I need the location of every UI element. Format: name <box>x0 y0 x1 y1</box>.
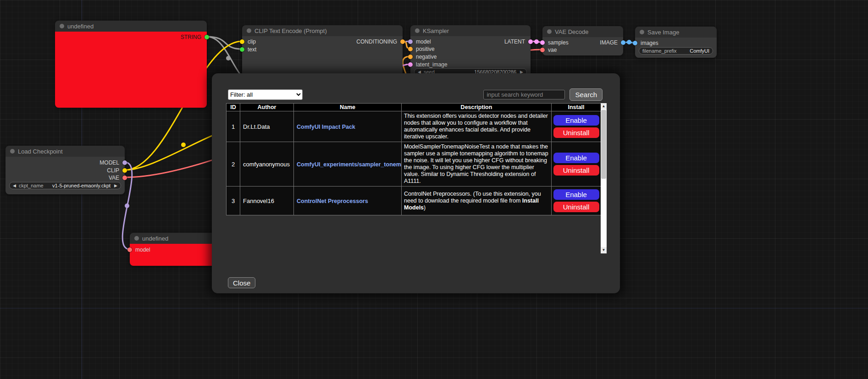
extension-link[interactable]: ComfyUI Impact Pack <box>297 124 355 130</box>
collapse-dot-icon[interactable] <box>415 28 420 33</box>
input-slot-samples[interactable] <box>540 40 545 45</box>
cell-install: Enable Uninstall <box>552 142 601 187</box>
slot-label-string: STRING <box>181 34 201 40</box>
node-title-bar[interactable]: undefined <box>130 233 221 244</box>
collapse-dot-icon[interactable] <box>10 149 15 154</box>
input-slot-clip[interactable] <box>240 39 244 44</box>
uninstall-button[interactable]: Uninstall <box>553 165 599 176</box>
filename-prefix-widget[interactable]: filename_prefix ComfyUI <box>639 47 713 55</box>
graph-canvas[interactable]: undefined STRING CLIP Text Encode (Promp… <box>0 0 868 379</box>
cell-author: Fannovel16 <box>240 187 294 215</box>
input-slot-latent-image[interactable] <box>408 62 413 67</box>
search-button[interactable]: Search <box>569 88 603 101</box>
header-description: Description <box>402 104 552 111</box>
node-ksampler[interactable]: KSampler model positive negative latent_… <box>410 25 531 80</box>
node-clip-text-encode[interactable]: CLIP Text Encode (Prompt) clip text COND… <box>242 25 403 80</box>
ckpt-name-widget[interactable]: ◀ ckpt_name v1-5-pruned-emaonly.ckpt ▶ <box>9 182 121 189</box>
cell-description: This extension offers various detector n… <box>402 111 552 142</box>
link-dot-image <box>627 40 631 44</box>
output-slot-image[interactable] <box>621 40 625 45</box>
close-button[interactable]: Close <box>228 277 255 288</box>
link-dot-clip <box>181 143 186 147</box>
scroll-down-icon[interactable]: ▼ <box>601 247 607 253</box>
input-slot-model[interactable] <box>408 39 413 44</box>
input-slot-positive[interactable] <box>408 47 413 51</box>
node-undefined-bottom[interactable]: undefined model <box>130 233 221 266</box>
slot-label-samples: samples <box>548 39 569 46</box>
output-slot-string[interactable] <box>205 35 209 39</box>
input-slot-negative[interactable] <box>408 55 413 59</box>
enable-button[interactable]: Enable <box>553 115 599 126</box>
node-save-image[interactable]: Save Image images filename_prefix ComfyU… <box>635 27 717 58</box>
link-dot-string <box>226 56 231 60</box>
collapse-dot-icon[interactable] <box>640 30 644 34</box>
node-body[interactable]: STRING <box>55 32 207 108</box>
slot-label-latent: LATENT <box>504 38 525 45</box>
extension-row: 3 Fannovel16 ControlNet Preprocessors Co… <box>227 187 601 215</box>
collapse-dot-icon[interactable] <box>60 24 64 28</box>
collapse-dot-icon[interactable] <box>134 236 139 241</box>
table-scrollbar[interactable]: ▲ ▼ <box>601 103 607 253</box>
filename-prefix-value: ComfyUI <box>690 48 709 54</box>
slot-label-conditioning: CONDITIONING <box>356 38 397 45</box>
search-input[interactable] <box>483 90 565 99</box>
next-arrow-icon[interactable]: ▶ <box>114 183 117 188</box>
uninstall-button[interactable]: Uninstall <box>553 127 599 138</box>
node-body[interactable]: MODEL CLIP VAE ◀ ckpt_name v1-5-pruned-e… <box>6 157 125 194</box>
slot-label-latent-image: latent_image <box>416 61 448 68</box>
ckpt-name-label: ckpt_name <box>19 183 44 188</box>
slot-label-clip-out: CLIP <box>107 167 119 174</box>
scrollbar-thumb[interactable] <box>601 110 606 179</box>
enable-button[interactable]: Enable <box>553 153 599 163</box>
input-slot-text[interactable] <box>240 47 244 52</box>
node-undefined-top[interactable]: undefined STRING <box>55 21 207 108</box>
custom-nodes-manager-dialog: Filter: all Search ID Author Name Descri… <box>212 73 620 293</box>
node-title-bar[interactable]: undefined <box>55 21 207 32</box>
node-title-bar[interactable]: KSampler <box>410 25 531 36</box>
scroll-up-icon[interactable]: ▲ <box>601 103 607 110</box>
slot-label-positive: positive <box>416 46 435 52</box>
output-slot-conditioning[interactable] <box>400 39 405 44</box>
input-slot-images[interactable] <box>633 41 637 45</box>
filter-select[interactable]: Filter: all <box>228 89 303 100</box>
ckpt-name-value: v1-5-pruned-emaonly.ckpt <box>52 183 111 188</box>
output-slot-model[interactable] <box>122 160 127 165</box>
node-title: KSampler <box>423 27 449 34</box>
node-title-bar[interactable]: Load Checkpoint <box>6 146 125 157</box>
node-body[interactable]: images filename_prefix ComfyUI <box>635 38 717 58</box>
output-slot-vae[interactable] <box>122 176 127 180</box>
node-load-checkpoint[interactable]: Load Checkpoint MODEL CLIP VAE ◀ ckpt_na… <box>6 146 125 194</box>
extension-link[interactable]: ComfyUI_experiments/sampler_tonemap <box>297 161 402 168</box>
output-slot-latent[interactable] <box>528 39 533 44</box>
cell-author: comfyanonymous <box>240 142 294 187</box>
extension-link[interactable]: ControlNet Preprocessors <box>297 198 368 204</box>
node-title: Save Image <box>647 29 679 36</box>
cell-install: Enable Uninstall <box>552 111 601 142</box>
slot-label-images: images <box>641 40 658 46</box>
cell-id: 3 <box>227 187 240 215</box>
input-slot-model[interactable] <box>127 247 132 252</box>
collapse-dot-icon[interactable] <box>247 28 251 33</box>
enable-button[interactable]: Enable <box>553 189 599 200</box>
input-slot-vae[interactable] <box>540 48 545 52</box>
slot-label-negative: negative <box>416 54 437 60</box>
collapse-dot-icon[interactable] <box>547 29 552 34</box>
slot-label-clip: clip <box>248 38 256 45</box>
node-title-bar[interactable]: VAE Decode <box>542 26 623 37</box>
slot-label-text: text <box>248 46 256 53</box>
node-vae-decode[interactable]: VAE Decode samples vae IMAGE <box>542 26 623 55</box>
prev-arrow-icon[interactable]: ◀ <box>13 183 16 188</box>
header-install: Install <box>552 104 601 111</box>
node-title-bar[interactable]: Save Image <box>635 27 717 38</box>
cell-author: Dr.Lt.Data <box>240 111 294 142</box>
dialog-controls: Filter: all Search <box>228 88 603 101</box>
node-title-bar[interactable]: CLIP Text Encode (Prompt) <box>242 25 403 36</box>
uninstall-button[interactable]: Uninstall <box>553 202 599 212</box>
cell-id: 1 <box>227 111 240 142</box>
node-title: CLIP Text Encode (Prompt) <box>254 27 327 34</box>
output-slot-clip[interactable] <box>122 168 127 173</box>
filename-prefix-label: filename_prefix <box>642 48 677 54</box>
cell-id: 2 <box>227 142 240 187</box>
node-body[interactable]: model <box>130 244 221 266</box>
node-body[interactable]: samples vae IMAGE <box>542 37 623 55</box>
